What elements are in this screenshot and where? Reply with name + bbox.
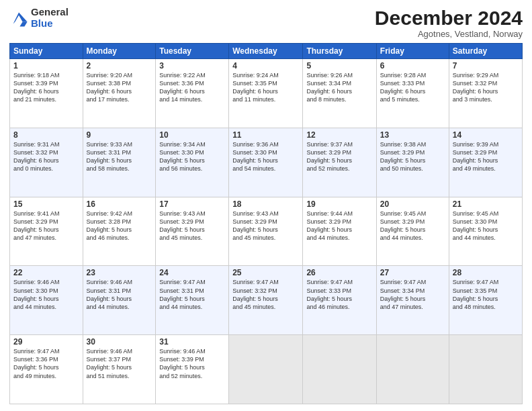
- day-detail: Sunrise: 9:24 AM Sunset: 3:35 PM Dayligh…: [232, 71, 299, 104]
- day-detail: Sunrise: 9:47 AM Sunset: 3:36 PM Dayligh…: [13, 347, 79, 380]
- logo-text: General Blue: [31, 7, 69, 29]
- calendar-cell: 10Sunrise: 9:34 AM Sunset: 3:30 PM Dayli…: [156, 128, 229, 197]
- logo: General Blue: [9, 7, 69, 29]
- day-number: 31: [159, 337, 225, 347]
- logo-blue: Blue: [31, 18, 69, 30]
- location-subtitle: Agotnes, Vestland, Norway: [375, 29, 523, 39]
- day-number: 14: [453, 130, 519, 140]
- calendar-cell: [449, 335, 522, 404]
- calendar-cell: 1Sunrise: 9:18 AM Sunset: 3:39 PM Daylig…: [10, 59, 83, 128]
- day-detail: Sunrise: 9:31 AM Sunset: 3:32 PM Dayligh…: [13, 140, 79, 173]
- day-detail: Sunrise: 9:28 AM Sunset: 3:33 PM Dayligh…: [380, 71, 445, 104]
- day-detail: Sunrise: 9:43 AM Sunset: 3:29 PM Dayligh…: [232, 210, 299, 242]
- calendar-cell: 8Sunrise: 9:31 AM Sunset: 3:32 PM Daylig…: [10, 128, 83, 197]
- calendar-cell: 31Sunrise: 9:46 AM Sunset: 3:39 PM Dayli…: [156, 335, 229, 404]
- day-number: 7: [453, 61, 519, 71]
- week-row-4: 22Sunrise: 9:46 AM Sunset: 3:30 PM Dayli…: [10, 266, 523, 335]
- day-number: 17: [159, 199, 225, 209]
- day-detail: Sunrise: 9:39 AM Sunset: 3:29 PM Dayligh…: [453, 140, 519, 173]
- calendar-cell: [229, 335, 303, 404]
- weekday-header-saturday: Saturday: [449, 44, 522, 59]
- calendar-cell: 23Sunrise: 9:46 AM Sunset: 3:31 PM Dayli…: [83, 266, 156, 335]
- day-number: 8: [13, 130, 79, 140]
- day-number: 10: [159, 130, 225, 140]
- day-detail: Sunrise: 9:47 AM Sunset: 3:31 PM Dayligh…: [159, 278, 225, 311]
- day-number: 9: [87, 130, 152, 140]
- day-detail: Sunrise: 9:47 AM Sunset: 3:34 PM Dayligh…: [380, 278, 445, 311]
- week-row-3: 15Sunrise: 9:41 AM Sunset: 3:29 PM Dayli…: [10, 197, 523, 266]
- weekday-header-friday: Friday: [376, 44, 449, 59]
- calendar-cell: 17Sunrise: 9:43 AM Sunset: 3:29 PM Dayli…: [156, 197, 229, 266]
- day-number: 23: [87, 268, 152, 277]
- weekday-header-thursday: Thursday: [303, 44, 376, 59]
- day-detail: Sunrise: 9:44 AM Sunset: 3:29 PM Dayligh…: [306, 210, 372, 242]
- calendar-cell: 4Sunrise: 9:24 AM Sunset: 3:35 PM Daylig…: [229, 59, 303, 128]
- calendar-cell: 29Sunrise: 9:47 AM Sunset: 3:36 PM Dayli…: [10, 335, 83, 404]
- calendar-cell: [376, 335, 449, 404]
- logo-general: General: [31, 7, 69, 18]
- calendar-cell: 7Sunrise: 9:29 AM Sunset: 3:32 PM Daylig…: [449, 59, 522, 128]
- calendar-cell: 15Sunrise: 9:41 AM Sunset: 3:29 PM Dayli…: [10, 197, 83, 266]
- day-number: 29: [13, 337, 79, 347]
- day-number: 25: [232, 268, 299, 277]
- day-number: 19: [306, 199, 372, 209]
- day-detail: Sunrise: 9:46 AM Sunset: 3:39 PM Dayligh…: [159, 347, 225, 380]
- calendar-cell: 12Sunrise: 9:37 AM Sunset: 3:29 PM Dayli…: [303, 128, 376, 197]
- day-number: 13: [380, 130, 445, 140]
- day-detail: Sunrise: 9:47 AM Sunset: 3:33 PM Dayligh…: [306, 278, 372, 311]
- day-detail: Sunrise: 9:47 AM Sunset: 3:32 PM Dayligh…: [232, 278, 299, 311]
- day-number: 24: [159, 268, 225, 277]
- header: General Blue December 2024 Agotnes, Vest…: [9, 7, 523, 39]
- day-detail: Sunrise: 9:37 AM Sunset: 3:29 PM Dayligh…: [306, 140, 372, 173]
- weekday-header-sunday: Sunday: [10, 44, 83, 59]
- calendar-body: 1Sunrise: 9:18 AM Sunset: 3:39 PM Daylig…: [10, 59, 523, 404]
- day-detail: Sunrise: 9:33 AM Sunset: 3:31 PM Dayligh…: [87, 140, 152, 173]
- calendar-header: SundayMondayTuesdayWednesdayThursdayFrid…: [10, 44, 523, 59]
- month-title: December 2024: [375, 7, 523, 29]
- day-detail: Sunrise: 9:45 AM Sunset: 3:29 PM Dayligh…: [380, 210, 445, 242]
- calendar-cell: 5Sunrise: 9:26 AM Sunset: 3:34 PM Daylig…: [303, 59, 376, 128]
- calendar-cell: 24Sunrise: 9:47 AM Sunset: 3:31 PM Dayli…: [156, 266, 229, 335]
- calendar-cell: 21Sunrise: 9:45 AM Sunset: 3:30 PM Dayli…: [449, 197, 522, 266]
- calendar-cell: 28Sunrise: 9:47 AM Sunset: 3:35 PM Dayli…: [449, 266, 522, 335]
- day-detail: Sunrise: 9:46 AM Sunset: 3:30 PM Dayligh…: [13, 278, 79, 311]
- day-detail: Sunrise: 9:26 AM Sunset: 3:34 PM Dayligh…: [306, 71, 372, 104]
- weekday-row: SundayMondayTuesdayWednesdayThursdayFrid…: [10, 44, 523, 59]
- calendar-cell: 6Sunrise: 9:28 AM Sunset: 3:33 PM Daylig…: [376, 59, 449, 128]
- day-number: 21: [453, 199, 519, 209]
- calendar-cell: 26Sunrise: 9:47 AM Sunset: 3:33 PM Dayli…: [303, 266, 376, 335]
- day-detail: Sunrise: 9:46 AM Sunset: 3:31 PM Dayligh…: [87, 278, 152, 311]
- weekday-header-monday: Monday: [83, 44, 156, 59]
- day-detail: Sunrise: 9:22 AM Sunset: 3:36 PM Dayligh…: [159, 71, 225, 104]
- day-number: 16: [87, 199, 152, 209]
- calendar-cell: 11Sunrise: 9:36 AM Sunset: 3:30 PM Dayli…: [229, 128, 303, 197]
- svg-marker-1: [19, 21, 27, 26]
- day-detail: Sunrise: 9:47 AM Sunset: 3:35 PM Dayligh…: [453, 278, 519, 311]
- day-number: 30: [87, 337, 152, 347]
- calendar-cell: 20Sunrise: 9:45 AM Sunset: 3:29 PM Dayli…: [376, 197, 449, 266]
- calendar-cell: 13Sunrise: 9:38 AM Sunset: 3:29 PM Dayli…: [376, 128, 449, 197]
- calendar-cell: [303, 335, 376, 404]
- title-block: December 2024 Agotnes, Vestland, Norway: [375, 7, 523, 39]
- calendar-cell: 14Sunrise: 9:39 AM Sunset: 3:29 PM Dayli…: [449, 128, 522, 197]
- day-detail: Sunrise: 9:36 AM Sunset: 3:30 PM Dayligh…: [232, 140, 299, 173]
- day-detail: Sunrise: 9:45 AM Sunset: 3:30 PM Dayligh…: [453, 210, 519, 242]
- weekday-header-tuesday: Tuesday: [156, 44, 229, 59]
- calendar-cell: 25Sunrise: 9:47 AM Sunset: 3:32 PM Dayli…: [229, 266, 303, 335]
- calendar-cell: 16Sunrise: 9:42 AM Sunset: 3:28 PM Dayli…: [83, 197, 156, 266]
- day-detail: Sunrise: 9:46 AM Sunset: 3:37 PM Dayligh…: [87, 347, 152, 380]
- calendar-cell: 22Sunrise: 9:46 AM Sunset: 3:30 PM Dayli…: [10, 266, 83, 335]
- day-detail: Sunrise: 9:34 AM Sunset: 3:30 PM Dayligh…: [159, 140, 225, 173]
- day-number: 3: [159, 61, 225, 71]
- day-number: 22: [13, 268, 79, 277]
- week-row-5: 29Sunrise: 9:47 AM Sunset: 3:36 PM Dayli…: [10, 335, 523, 404]
- day-detail: Sunrise: 9:18 AM Sunset: 3:39 PM Dayligh…: [13, 71, 79, 104]
- week-row-2: 8Sunrise: 9:31 AM Sunset: 3:32 PM Daylig…: [10, 128, 523, 197]
- calendar-table: SundayMondayTuesdayWednesdayThursdayFrid…: [9, 43, 523, 404]
- day-detail: Sunrise: 9:41 AM Sunset: 3:29 PM Dayligh…: [13, 210, 79, 242]
- day-number: 6: [380, 61, 445, 71]
- calendar-cell: 30Sunrise: 9:46 AM Sunset: 3:37 PM Dayli…: [83, 335, 156, 404]
- day-number: 4: [232, 61, 299, 71]
- calendar-cell: 19Sunrise: 9:44 AM Sunset: 3:29 PM Dayli…: [303, 197, 376, 266]
- day-number: 2: [87, 61, 152, 71]
